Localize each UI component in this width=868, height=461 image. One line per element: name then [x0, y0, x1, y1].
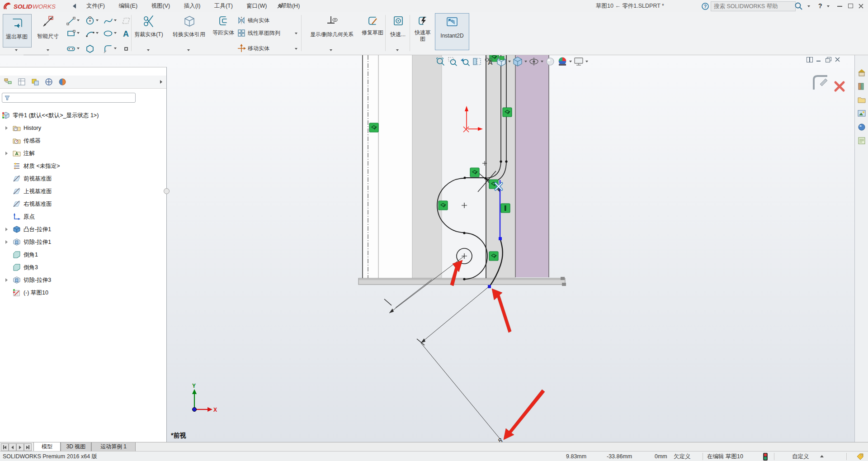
mirror-entities-icon[interactable]: [237, 16, 246, 25]
doc-close-icon[interactable]: [835, 57, 840, 62]
quick-snaps-button[interactable]: 快速...: [388, 14, 408, 47]
view-settings-dropdown-icon[interactable]: [585, 61, 588, 62]
next-tab-button[interactable]: [16, 443, 24, 451]
arc-tool-icon[interactable]: [85, 29, 95, 38]
circle-tool-icon[interactable]: [85, 16, 95, 26]
menu-window[interactable]: 窗口(W): [241, 0, 273, 12]
expand-arrow-icon[interactable]: [5, 278, 8, 282]
move-entities-button[interactable]: 移动实体: [248, 45, 288, 52]
spline-dropdown-icon[interactable]: [114, 19, 117, 21]
section-view-icon[interactable]: [472, 56, 482, 67]
menu-tools[interactable]: 工具(T): [208, 0, 239, 12]
expand-arrow-icon[interactable]: [5, 152, 8, 155]
tree-item-sketch10[interactable]: (-) 草图10: [0, 286, 163, 299]
tile-windows-icon[interactable]: [807, 57, 812, 62]
menu-edit[interactable]: 编辑(E): [113, 0, 143, 12]
view-orientation-dropdown-icon[interactable]: [508, 61, 511, 62]
rectangle-tool-icon[interactable]: [66, 29, 76, 38]
configurationmanager-tab-icon[interactable]: [30, 77, 41, 87]
tree-item-cut-extrude1[interactable]: 切除-拉伸1: [0, 236, 163, 248]
view-palette-icon[interactable]: [857, 109, 867, 119]
display-relations-button[interactable]: 显示/删除几何关系: [304, 14, 360, 47]
custom-toolbar-label[interactable]: 自定义: [792, 453, 809, 460]
tree-item-cut-extrude3[interactable]: 切除-拉伸3: [0, 274, 163, 286]
linear-pattern-button[interactable]: 线性草图阵列: [248, 30, 293, 36]
tree-item-origin[interactable]: 原点: [0, 210, 163, 223]
repair-sketch-button[interactable]: 修复草图: [362, 14, 383, 53]
view-orientation-icon[interactable]: [496, 56, 507, 67]
zoom-to-fit-icon[interactable]: [435, 56, 446, 67]
circle-dropdown-icon[interactable]: [96, 19, 99, 21]
instant2d-button[interactable]: Instant2D: [435, 13, 469, 50]
fillet-tool-icon[interactable]: [103, 44, 113, 54]
tree-filter-input[interactable]: [2, 93, 136, 103]
rapid-sketch-button[interactable]: 快速草图: [412, 14, 433, 53]
convert-dropdown-icon[interactable]: [187, 49, 190, 51]
close-button[interactable]: [859, 4, 863, 9]
display-relations-dropdown-icon[interactable]: [330, 49, 332, 51]
offset-entities-button[interactable]: 等距实体: [212, 14, 235, 53]
move-entities-icon[interactable]: [237, 44, 246, 53]
help-button[interactable]: ?: [818, 0, 822, 12]
search-icon[interactable]: [795, 2, 803, 10]
design-library-icon[interactable]: [857, 81, 867, 91]
panel-expand-chevron-icon[interactable]: [156, 77, 166, 87]
expand-arrow-icon[interactable]: [5, 126, 8, 130]
part-faces[interactable]: [363, 55, 549, 279]
view-sketch-text-icon[interactable]: A: [484, 56, 495, 67]
linear-pattern-icon[interactable]: [237, 29, 246, 38]
expand-arrow-icon[interactable]: [5, 240, 8, 244]
trim-entities-button[interactable]: 剪裁实体(T): [132, 14, 165, 47]
spline-tool-icon[interactable]: [103, 16, 113, 26]
last-tab-button[interactable]: [24, 443, 32, 451]
trim-dropdown-icon[interactable]: [147, 49, 150, 51]
prev-tab-button[interactable]: [9, 443, 16, 451]
search-box[interactable]: [711, 1, 796, 11]
hide-show-items-icon[interactable]: [528, 56, 539, 67]
confirm-sketch-icon[interactable]: [810, 72, 830, 92]
appearances-icon[interactable]: [857, 122, 867, 132]
move-dropdown-icon[interactable]: [295, 48, 297, 50]
ellipse-dropdown-icon[interactable]: [114, 32, 117, 34]
motion-study-tab[interactable]: 运动算例 1: [91, 442, 136, 451]
tree-item-chamfer3[interactable]: 倒角3: [0, 261, 163, 274]
convert-entities-button[interactable]: 转换实体引用: [168, 14, 210, 47]
custom-expand-icon[interactable]: [820, 455, 824, 457]
text-tool-icon[interactable]: A: [121, 29, 131, 38]
help-circle-icon[interactable]: ?: [702, 3, 709, 10]
polygon-tool-icon[interactable]: [85, 44, 95, 54]
arc-dropdown-icon[interactable]: [96, 32, 99, 34]
zoom-to-area-icon[interactable]: [447, 56, 458, 67]
linear-pattern-dropdown-icon[interactable]: [295, 33, 297, 34]
vertical-relation-badge[interactable]: [501, 204, 510, 213]
line-dropdown-icon[interactable]: [77, 19, 80, 21]
first-tab-button[interactable]: [1, 443, 9, 451]
expand-arrow-icon[interactable]: [5, 228, 8, 231]
slot-dropdown-icon[interactable]: [77, 48, 80, 49]
propertymanager-tab-icon[interactable]: [16, 77, 27, 87]
doc-restore-icon[interactable]: [826, 57, 831, 62]
menu-view[interactable]: 视图(V): [146, 0, 176, 12]
home-icon[interactable]: [857, 68, 867, 78]
cancel-sketch-icon[interactable]: [834, 81, 845, 92]
tree-item-sensors[interactable]: 传感器: [0, 134, 163, 147]
apply-scene-icon[interactable]: [557, 56, 568, 67]
dimxpertmanager-tab-icon[interactable]: [43, 77, 54, 87]
smart-dimension-dropdown-icon[interactable]: [47, 49, 49, 51]
edit-appearance-icon[interactable]: [545, 56, 556, 67]
doc-minimize-icon[interactable]: [816, 57, 821, 62]
part-bottom-edge[interactable]: [359, 277, 566, 286]
custom-properties-icon[interactable]: [857, 136, 867, 146]
tree-item-front-plane[interactable]: 前视基准面: [0, 172, 163, 185]
model-tab[interactable]: 模型: [33, 442, 61, 451]
previous-view-icon[interactable]: [459, 56, 470, 67]
slot-tool-icon[interactable]: [66, 44, 76, 54]
collapse-menu-icon[interactable]: [72, 4, 77, 9]
featuremanager-tab-icon[interactable]: [3, 77, 14, 87]
exit-sketch-button[interactable]: 退出草图: [3, 14, 32, 48]
menu-insert[interactable]: 插入(I): [178, 0, 207, 12]
line-tool-icon[interactable]: [66, 16, 76, 26]
apply-scene-dropdown-icon[interactable]: [569, 61, 572, 62]
display-style-icon[interactable]: [512, 56, 523, 67]
tree-item-right-plane[interactable]: 右视基准面: [0, 198, 163, 210]
